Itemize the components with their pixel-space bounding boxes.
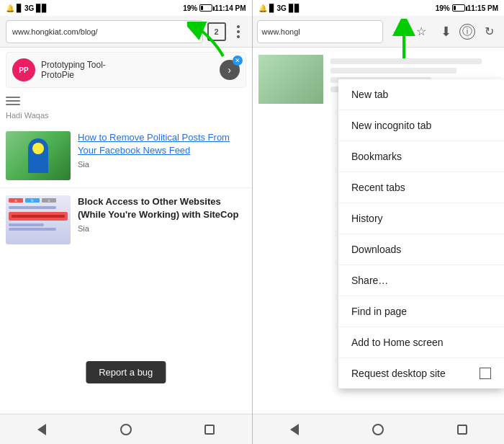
network-type: 3G <box>24 4 34 12</box>
status-left: 🔔 ▊ 3G ▊▊ <box>6 4 48 12</box>
time-right: 11:15 PM <box>467 4 498 12</box>
back-button-left[interactable] <box>27 419 56 440</box>
menu-item-new-tab[interactable]: New tab <box>338 79 504 110</box>
status-bar-left: 🔔 ▊ 3G ▊▊ 19% 11:14 PM <box>0 0 252 16</box>
wifi-icon-r: ▊▊ <box>289 4 300 12</box>
back-toolbar-button[interactable]: → <box>386 21 408 43</box>
right-phone: 🔔 ▊ 3G ▊▊ 19% 11:15 PM www.hongl → ☆ ⬇ ⓘ… <box>253 0 505 444</box>
protopie-title: Prototyping Tool- ProtoPie <box>41 60 214 80</box>
menu-bar2 <box>6 100 20 102</box>
download-button[interactable]: ⬇ <box>435 21 456 43</box>
time-left: 11:14 PM <box>215 4 246 12</box>
menu-item-recent-tabs[interactable]: Recent tabs <box>338 172 504 203</box>
battery-icon <box>199 4 212 12</box>
url-input-left[interactable]: www.hongkiat.com/blog/ <box>6 20 203 43</box>
status-bar-right: 🔔 ▊ 3G ▊▊ 19% 11:15 PM <box>253 0 505 16</box>
recent-button-left[interactable] <box>195 419 224 440</box>
bg-thumb-right <box>258 55 323 104</box>
desktop-site-checkbox[interactable] <box>480 368 491 379</box>
notification-icon: 🔔 <box>6 4 14 12</box>
article-author-1: Sia <box>78 160 246 169</box>
article-card-2: a b c Block Access to Other Websites (Wh… <box>0 188 252 252</box>
bg-line1 <box>330 58 482 64</box>
code-line-2 <box>9 223 44 226</box>
status-right-right: 19% 11:15 PM <box>436 4 498 12</box>
article-author-2: Sia <box>78 224 246 233</box>
back-icon-left <box>37 424 46 435</box>
browser-content-left: PP Prototyping Tool- ProtoPie › ✕ Hadi W… <box>0 48 252 414</box>
code-line-1 <box>9 206 56 209</box>
home-button-left[interactable] <box>112 419 140 440</box>
recent-icon-right <box>457 425 467 435</box>
background-content-right: New tab New incognito tab Bookmarks Rece… <box>253 48 505 414</box>
signal-icon-r: ▊ <box>269 4 275 12</box>
nav-bar-left <box>0 414 252 444</box>
code-line-3 <box>9 228 56 231</box>
article-text-1: How to Remove Political Posts From Your … <box>78 131 246 169</box>
menu-bar3 <box>6 104 20 105</box>
protopie-logo: PP <box>12 58 35 81</box>
battery-icon-r <box>452 4 465 12</box>
home-icon-left <box>120 424 132 435</box>
wifi-icon: ▊▊ <box>36 4 48 12</box>
network-type-r: 3G <box>277 4 287 12</box>
article-title-1[interactable]: How to Remove Political Posts From Your … <box>78 131 246 157</box>
menu-item-incognito[interactable]: New incognito tab <box>338 110 504 141</box>
notification-icon-r: 🔔 <box>258 4 267 12</box>
bookmark-button[interactable]: ☆ <box>410 21 432 43</box>
menu-bar1 <box>6 97 20 98</box>
recent-button-right[interactable] <box>448 419 477 440</box>
site-menu-icon <box>0 92 252 110</box>
recent-icon-left <box>204 425 215 435</box>
article-card-1: How to Remove Political Posts From Your … <box>0 124 252 188</box>
bg-line2 <box>330 68 456 74</box>
back-button-right[interactable] <box>280 419 309 440</box>
thumb2-inner: a b c <box>6 195 71 244</box>
home-icon-right <box>372 424 384 435</box>
info-button[interactable]: ⓘ <box>459 24 475 40</box>
dot3 <box>237 35 240 38</box>
menu-item-bookmarks[interactable]: Bookmarks <box>338 141 504 172</box>
battery-percent: 19% <box>183 4 197 12</box>
hadi-waqas-label: Hadi Waqas <box>0 110 252 124</box>
status-left-right: 🔔 ▊ 3G ▊▊ <box>258 4 300 12</box>
menu-item-add-home[interactable]: Add to Home screen <box>338 327 504 358</box>
report-bug-bar[interactable]: Report a bug <box>86 361 166 383</box>
article-text-2: Block Access to Other Websites (While Yo… <box>78 195 246 233</box>
article-title-2: Block Access to Other Websites (While Yo… <box>78 195 246 221</box>
nav-bar-right <box>253 414 505 444</box>
back-icon-right <box>290 424 299 435</box>
address-bar-right: www.hongl → ☆ ⬇ ⓘ ↻ <box>253 16 505 48</box>
left-phone: 🔔 ▊ 3G ▊▊ 19% 11:14 PM www.hongkiat.com/… <box>0 0 252 444</box>
overflow-dropdown-menu: New tab New incognito tab Bookmarks Rece… <box>338 79 504 388</box>
protopie-close[interactable]: ✕ <box>233 56 243 66</box>
refresh-button[interactable]: ↻ <box>478 21 500 43</box>
green-arrow-left <box>187 22 230 61</box>
battery-percent-r: 19% <box>436 4 450 12</box>
status-right: 19% 11:14 PM <box>183 4 246 12</box>
thumb-inner-1 <box>6 131 71 180</box>
dot1 <box>237 25 240 28</box>
article-thumb-1 <box>6 131 71 180</box>
signal-icon: ▊ <box>17 4 22 12</box>
menu-item-history[interactable]: History <box>338 203 504 234</box>
menu-item-desktop-site[interactable]: Request desktop site <box>338 358 504 388</box>
menu-item-downloads[interactable]: Downloads <box>338 234 504 265</box>
menu-item-share[interactable]: Share… <box>338 265 504 296</box>
url-input-right[interactable]: www.hongl <box>257 20 384 43</box>
home-button-right[interactable] <box>364 419 392 440</box>
dot2 <box>237 30 240 33</box>
menu-item-find-in-page[interactable]: Find in page <box>338 296 504 327</box>
article-thumb-2: a b c <box>6 195 71 244</box>
overflow-menu-button[interactable] <box>230 22 246 41</box>
